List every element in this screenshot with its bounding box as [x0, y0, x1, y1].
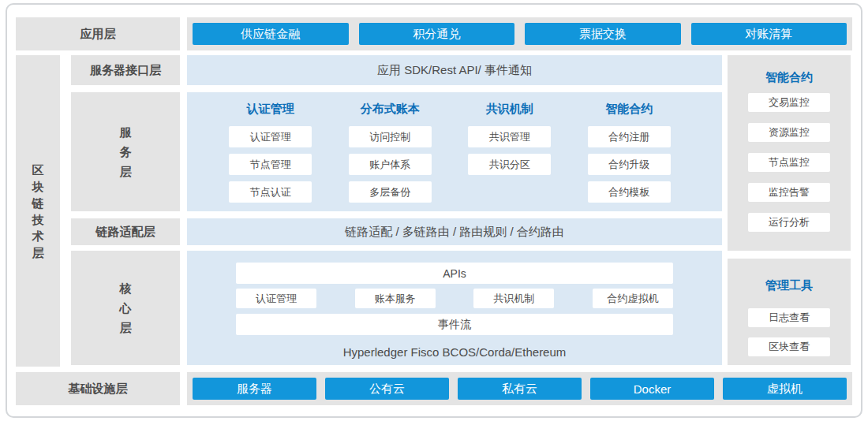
service-node: 多层备份 [349, 181, 432, 203]
interface-layer-label: 服务器接口层 [71, 55, 180, 85]
monitor-node: 监控告警 [748, 183, 830, 202]
service-column-contract: 智能合约 合约注册合约升级合约模板 [570, 101, 690, 211]
tool-node: 日志查看 [748, 308, 830, 327]
infra-node: 虚拟机 [723, 378, 847, 400]
app-node: 供应链金融 [193, 23, 349, 45]
monitor-panel: 智能合约 交易监控资源监控节点监控监控告警运行分析 [728, 55, 851, 251]
core-module-node: 认证管理 [236, 289, 316, 308]
tools-panel: 管理工具 日志查看区块查看 [728, 259, 851, 365]
monitor-node: 节点监控 [748, 153, 830, 172]
app-layer-label: 应用层 [16, 17, 180, 50]
service-column-ledger: 分布式账本 访问控制账户体系多层备份 [331, 101, 451, 211]
app-node: 对账清算 [691, 23, 847, 45]
service-column-title: 共识机制 [486, 101, 533, 116]
service-node: 合约注册 [588, 126, 671, 147]
service-node: 节点管理 [229, 154, 312, 175]
monitor-node: 交易监控 [748, 93, 830, 112]
service-column-title: 智能合约 [605, 101, 653, 116]
infra-node: Docker [590, 378, 714, 400]
core-layer-panel: APIs 认证管理账本服务共识机制合约虚拟机 事件流 Hyperledger F… [187, 251, 722, 365]
tool-node: 区块查看 [748, 337, 830, 356]
monitor-items: 交易监控资源监控节点监控监控告警运行分析 [748, 93, 830, 232]
service-node: 认证管理 [229, 126, 312, 147]
app-node: 票据交换 [525, 23, 681, 45]
monitor-node: 资源监控 [748, 123, 830, 142]
core-module-node: 共识机制 [473, 289, 554, 308]
infra-node: 公有云 [325, 378, 449, 400]
core-module-node: 合约虚拟机 [593, 289, 673, 308]
service-layer-label-box: 服务层 [71, 92, 180, 211]
app-node: 积分通兑 [359, 23, 515, 45]
tech-layer-label: 区块链技术层 [32, 162, 45, 261]
service-node: 账户体系 [349, 154, 432, 175]
service-column-items: 访问控制账户体系多层备份 [349, 126, 432, 209]
service-column-items: 共识管理共识分区 [468, 126, 551, 181]
service-node: 合约模板 [588, 181, 671, 203]
service-node: 合约升级 [588, 154, 671, 175]
infra-layer-label: 基础设施层 [16, 372, 180, 405]
monitor-node: 运行分析 [748, 213, 830, 232]
core-eventstream-node: 事件流 [236, 314, 673, 335]
link-layer-content: 链路适配 / 多链路由 / 路由规则 / 合约路由 [187, 218, 722, 245]
service-column-title: 认证管理 [247, 101, 294, 116]
service-column-items: 合约注册合约升级合约模板 [588, 126, 671, 209]
service-node: 节点认证 [229, 181, 312, 203]
app-layer-panel: 供应链金融积分通兑票据交换对账清算 [187, 17, 852, 50]
service-column-auth: 认证管理 认证管理节点管理节点认证 [211, 101, 331, 211]
service-column-consensus: 共识机制 共识管理共识分区 [450, 101, 570, 211]
tech-layer-bar: 区块链技术层 [16, 55, 60, 367]
infra-layer-panel: 服务器公有云私有云Docker虚拟机 [187, 372, 852, 405]
service-column-items: 认证管理节点管理节点认证 [229, 126, 312, 209]
core-modules-row: 认证管理账本服务共识机制合约虚拟机 [236, 289, 673, 308]
service-column-title: 分布式账本 [361, 101, 420, 116]
tools-items: 日志查看区块查看 [748, 308, 830, 356]
core-apis-node: APIs [236, 263, 673, 284]
infra-node: 服务器 [193, 378, 316, 400]
service-layer-label: 服务层 [119, 122, 133, 181]
tools-panel-title: 管理工具 [765, 278, 813, 293]
service-node: 访问控制 [349, 126, 432, 147]
core-layer-label: 核心层 [119, 278, 133, 337]
service-layer-panel: 认证管理 认证管理节点管理节点认证 分布式账本 访问控制账户体系多层备份 共识机… [187, 92, 722, 211]
monitor-panel-title: 智能合约 [765, 69, 813, 85]
service-node: 共识管理 [468, 126, 551, 147]
core-platforms-text: Hyperledger Fisco BCOS/Corda/Ethereum [236, 345, 673, 359]
core-layer-label-box: 核心层 [71, 251, 180, 365]
interface-layer-content: 应用 SDK/Rest API/ 事件通知 [187, 55, 722, 85]
core-module-node: 账本服务 [355, 289, 436, 308]
infra-node: 私有云 [458, 378, 582, 400]
link-layer-label: 链路适配层 [71, 218, 180, 245]
service-node: 共识分区 [468, 154, 551, 175]
